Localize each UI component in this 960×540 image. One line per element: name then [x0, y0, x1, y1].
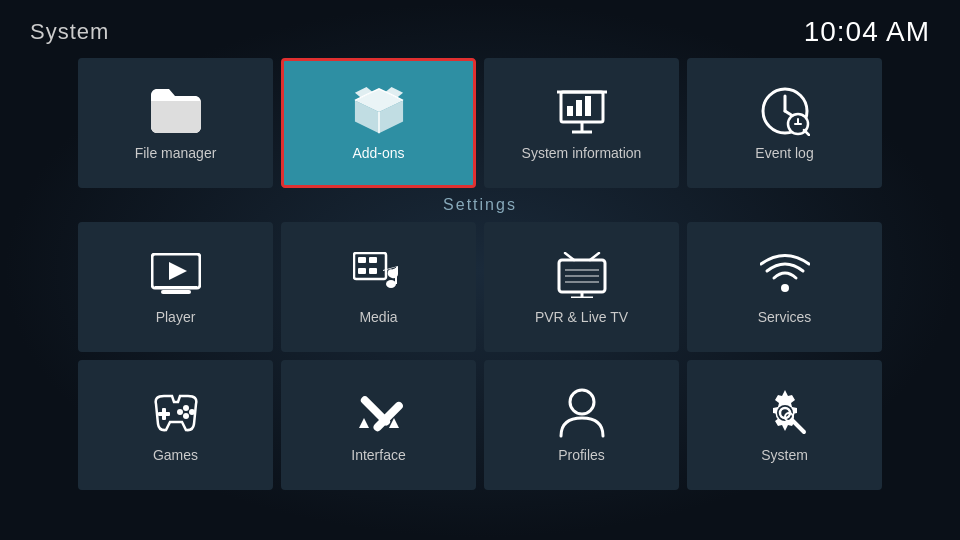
tile-system-information-label: System information	[522, 145, 642, 161]
svg-marker-15	[169, 262, 187, 280]
page-title: System	[30, 19, 109, 45]
tile-file-manager[interactable]: File manager	[78, 58, 273, 188]
svg-point-24	[386, 280, 396, 288]
tile-system[interactable]: System	[687, 360, 882, 490]
tile-interface-label: Interface	[351, 447, 405, 463]
tile-system-information[interactable]: System information	[484, 58, 679, 188]
svg-rect-35	[158, 412, 170, 416]
tile-services-label: Services	[758, 309, 812, 325]
svg-rect-16	[161, 290, 191, 294]
event-log-icon	[759, 85, 811, 137]
tile-profiles[interactable]: Profiles	[484, 360, 679, 490]
tile-event-log[interactable]: Event log	[687, 58, 882, 188]
tile-pvr-live-tv[interactable]: PVR & Live TV	[484, 222, 679, 352]
svg-rect-1	[567, 106, 573, 116]
settings-row-1: Player Media	[30, 222, 930, 352]
interface-icon	[353, 387, 405, 439]
profiles-icon	[556, 387, 608, 439]
svg-marker-41	[359, 418, 369, 428]
svg-rect-2	[576, 100, 582, 116]
settings-section-title: Settings	[30, 196, 930, 214]
pvr-icon	[556, 249, 608, 301]
clock: 10:04 AM	[804, 16, 930, 48]
svg-rect-22	[369, 268, 377, 274]
tile-games-label: Games	[153, 447, 198, 463]
media-icon	[353, 249, 405, 301]
tile-services[interactable]: Services	[687, 222, 882, 352]
tile-profiles-label: Profiles	[558, 447, 605, 463]
tile-media-label: Media	[359, 309, 397, 325]
svg-line-48	[792, 420, 804, 432]
services-icon	[759, 249, 811, 301]
svg-rect-17	[155, 286, 197, 288]
addons-icon	[353, 85, 405, 137]
svg-point-36	[183, 405, 189, 411]
tile-add-ons[interactable]: Add-ons	[281, 58, 476, 188]
svg-rect-21	[358, 268, 366, 274]
svg-rect-19	[358, 257, 366, 263]
player-icon	[150, 249, 202, 301]
svg-point-37	[189, 409, 195, 415]
games-icon	[150, 387, 202, 439]
system-info-icon	[556, 85, 608, 137]
svg-point-38	[183, 413, 189, 419]
svg-rect-18	[354, 253, 386, 279]
tile-interface[interactable]: Interface	[281, 360, 476, 490]
top-row: File manager Add-ons	[30, 58, 930, 188]
system-icon	[759, 387, 811, 439]
tile-player[interactable]: Player	[78, 222, 273, 352]
tile-games[interactable]: Games	[78, 360, 273, 490]
tile-file-manager-label: File manager	[135, 145, 217, 161]
tile-pvr-live-tv-label: PVR & Live TV	[535, 309, 628, 325]
svg-rect-20	[369, 257, 377, 263]
tile-event-log-label: Event log	[755, 145, 813, 161]
svg-point-33	[781, 284, 789, 292]
tile-add-ons-label: Add-ons	[352, 145, 404, 161]
settings-row-2: Games Interface	[30, 360, 930, 490]
tile-system-label: System	[761, 447, 808, 463]
svg-line-11	[804, 130, 809, 135]
svg-point-39	[177, 409, 183, 415]
svg-point-44	[570, 390, 594, 414]
folder-icon	[150, 85, 202, 137]
svg-rect-3	[585, 96, 591, 116]
tile-media[interactable]: Media	[281, 222, 476, 352]
tile-player-label: Player	[156, 309, 196, 325]
